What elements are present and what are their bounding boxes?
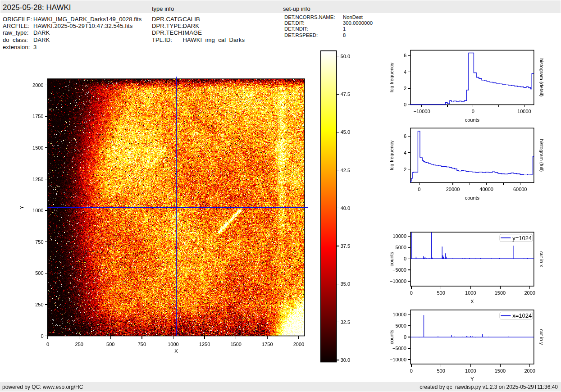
svg-text:250: 250 [35, 302, 43, 307]
svg-text:2000: 2000 [32, 82, 43, 88]
svg-text:0: 0 [404, 102, 406, 107]
svg-text:5000: 5000 [396, 323, 406, 328]
svg-text:2: 2 [404, 86, 406, 91]
svg-text:40.0: 40.0 [341, 205, 350, 211]
svg-text:0: 0 [46, 342, 49, 347]
svg-text:cut in x: cut in x [539, 251, 544, 267]
svg-text:histogram (detail): histogram (detail) [539, 58, 544, 96]
svg-text:x=1024: x=1024 [512, 312, 532, 319]
svg-text:Y: Y [19, 205, 24, 209]
svg-text:1250: 1250 [32, 177, 43, 182]
svg-text:−5000: −5000 [392, 346, 406, 351]
svg-text:2: 2 [404, 167, 406, 172]
svg-text:1750: 1750 [32, 114, 43, 119]
svg-text:cut in y: cut in y [539, 329, 544, 345]
svg-text:4: 4 [404, 69, 406, 75]
svg-text:6: 6 [404, 53, 406, 58]
svg-text:10000: 10000 [392, 312, 406, 317]
svg-text:counts: counts [389, 251, 394, 266]
svg-text:0: 0 [404, 334, 406, 340]
svg-text:0: 0 [410, 368, 413, 374]
svg-text:4: 4 [404, 150, 406, 155]
svg-text:5000: 5000 [396, 245, 406, 250]
svg-text:1500: 1500 [495, 290, 506, 296]
svg-text:1000: 1000 [168, 342, 178, 347]
svg-text:37.5: 37.5 [341, 243, 350, 249]
svg-text:500: 500 [35, 270, 43, 276]
svg-text:2000: 2000 [293, 342, 304, 347]
svg-text:−10000: −10000 [390, 357, 406, 362]
svg-text:500: 500 [106, 342, 114, 347]
svg-text:Y: Y [470, 376, 474, 382]
svg-text:250: 250 [75, 342, 83, 347]
svg-text:1000: 1000 [465, 368, 476, 374]
svg-text:35.0: 35.0 [341, 281, 350, 287]
svg-text:750: 750 [138, 342, 146, 347]
svg-text:X: X [470, 299, 474, 304]
svg-text:0: 0 [404, 256, 406, 261]
svg-text:X: X [174, 348, 178, 354]
svg-text:30.0: 30.0 [341, 357, 350, 363]
svg-text:y=1024: y=1024 [512, 235, 532, 242]
svg-text:0: 0 [472, 109, 474, 114]
svg-text:0: 0 [41, 333, 43, 339]
svg-text:10000: 10000 [517, 109, 531, 114]
svg-text:2000: 2000 [524, 290, 535, 296]
svg-text:1000: 1000 [32, 208, 43, 213]
svg-text:1250: 1250 [199, 342, 210, 347]
svg-text:2000: 2000 [524, 368, 535, 374]
svg-text:1500: 1500 [230, 342, 241, 347]
svg-text:−10000: −10000 [413, 109, 430, 114]
svg-text:10000: 10000 [392, 233, 406, 239]
svg-text:log frequency: log frequency [389, 62, 394, 92]
svg-text:1000: 1000 [465, 290, 476, 296]
svg-text:−5000: −5000 [392, 267, 406, 273]
svg-text:20000: 20000 [446, 187, 460, 192]
svg-text:32.5: 32.5 [341, 319, 350, 325]
svg-text:750: 750 [35, 239, 43, 245]
svg-text:log frequency: log frequency [389, 140, 394, 170]
svg-text:45.0: 45.0 [341, 129, 350, 135]
svg-text:40000: 40000 [479, 187, 493, 192]
svg-text:500: 500 [437, 368, 445, 374]
svg-text:500: 500 [437, 290, 445, 296]
svg-text:1500: 1500 [32, 145, 43, 150]
svg-text:0: 0 [418, 187, 420, 192]
svg-text:histogram (full): histogram (full) [539, 139, 544, 172]
svg-text:counts: counts [465, 117, 480, 123]
svg-text:counts: counts [465, 195, 480, 201]
svg-text:counts: counts [389, 329, 394, 344]
svg-text:1500: 1500 [495, 368, 506, 374]
svg-text:0: 0 [410, 290, 413, 296]
svg-text:42.5: 42.5 [341, 168, 350, 173]
svg-text:60000: 60000 [513, 187, 527, 192]
svg-text:6: 6 [404, 133, 406, 139]
svg-text:−10000: −10000 [390, 278, 406, 284]
svg-text:47.5: 47.5 [341, 91, 350, 97]
svg-text:1750: 1750 [262, 342, 273, 347]
svg-text:50.0: 50.0 [341, 54, 350, 59]
